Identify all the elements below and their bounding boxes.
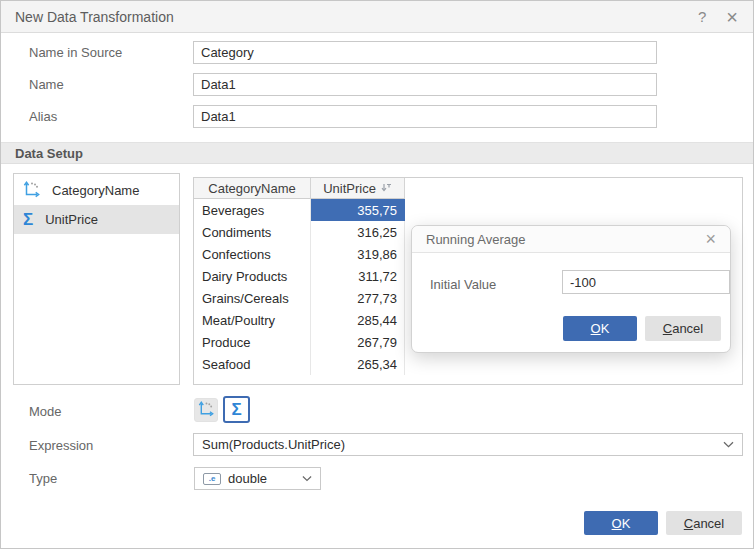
cell-unitprice[interactable]: 319,86 xyxy=(311,243,405,265)
mode-dimension-button[interactable] xyxy=(194,398,218,422)
type-label: Type xyxy=(29,471,57,486)
column-header-unitprice[interactable]: UnitPrice xyxy=(311,178,405,199)
cell-categoryname[interactable]: Meat/Poultry xyxy=(194,309,311,331)
sort-descending-icon xyxy=(381,181,392,196)
name-in-source-label: Name in Source xyxy=(29,45,122,60)
initial-value-field[interactable] xyxy=(562,270,730,294)
cancel-button[interactable]: Cancel xyxy=(666,511,742,535)
cell-unitprice[interactable]: 311,72 xyxy=(311,265,405,287)
name-label: Name xyxy=(29,77,64,92)
cell-unitprice[interactable]: 285,44 xyxy=(311,309,405,331)
dimension-icon xyxy=(23,181,40,201)
new-data-transformation-dialog: New Data Transformation ? × Name in Sour… xyxy=(0,0,754,549)
sigma-icon: Σ xyxy=(23,211,33,228)
dimension-icon xyxy=(198,401,214,420)
chevron-down-icon xyxy=(302,475,312,482)
type-value: double xyxy=(228,471,267,486)
running-average-dialog: Running Average × Initial Value OK Cance… xyxy=(411,225,731,353)
field-list-item-label: UnitPrice xyxy=(45,212,98,227)
cell-unitprice[interactable]: 316,25 xyxy=(311,221,405,243)
column-header-categoryname[interactable]: CategoryName xyxy=(194,178,311,199)
initial-value-label: Initial Value xyxy=(430,277,496,292)
sigma-icon: Σ xyxy=(231,401,241,418)
field-list-item-categoryname[interactable]: CategoryName xyxy=(14,176,179,205)
table-row[interactable]: Seafood265,34 xyxy=(194,353,742,375)
cell-categoryname[interactable]: Produce xyxy=(194,331,311,353)
cell-categoryname[interactable]: Seafood xyxy=(194,353,311,375)
field-list-item-label: CategoryName xyxy=(52,183,139,198)
cell-categoryname[interactable]: Beverages xyxy=(194,199,311,221)
chevron-down-icon xyxy=(723,441,734,448)
alias-field[interactable] xyxy=(193,105,657,128)
popup-titlebar: Running Average × xyxy=(412,226,730,253)
alias-label: Alias xyxy=(29,109,57,124)
cell-unitprice[interactable]: 355,75 xyxy=(311,199,405,221)
mode-label: Mode xyxy=(29,404,62,419)
data-setup-title: Data Setup xyxy=(15,146,83,161)
field-list-item-unitprice[interactable]: Σ UnitPrice xyxy=(14,205,179,234)
cell-categoryname[interactable]: Confections xyxy=(194,243,311,265)
cell-unitprice[interactable]: 267,79 xyxy=(311,331,405,353)
cell-unitprice[interactable]: 277,73 xyxy=(311,287,405,309)
dialog-title: New Data Transformation xyxy=(15,9,174,25)
expression-label: Expression xyxy=(29,438,93,453)
mode-measure-button-selected[interactable]: Σ xyxy=(223,396,250,423)
data-setup-section-header: Data Setup xyxy=(1,142,753,164)
expression-value: Sum(Products.UnitPrice) xyxy=(202,437,345,452)
field-list: CategoryName Σ UnitPrice xyxy=(13,173,180,385)
close-icon[interactable]: × xyxy=(726,8,738,26)
name-field[interactable] xyxy=(193,73,657,96)
close-icon[interactable]: × xyxy=(705,231,716,247)
cell-categoryname[interactable]: Condiments xyxy=(194,221,311,243)
popup-cancel-button[interactable]: Cancel xyxy=(645,316,721,341)
grid-header-row: CategoryName UnitPrice xyxy=(194,178,742,199)
ok-button[interactable]: OK xyxy=(584,511,658,535)
cell-categoryname[interactable]: Grains/Cereals xyxy=(194,287,311,309)
popup-title: Running Average xyxy=(426,232,526,247)
expression-dropdown[interactable]: Sum(Products.UnitPrice) xyxy=(193,433,743,456)
help-icon[interactable]: ? xyxy=(698,8,706,25)
double-type-icon: .e xyxy=(203,473,221,485)
dialog-titlebar: New Data Transformation ? × xyxy=(1,1,753,33)
name-in-source-field[interactable] xyxy=(193,41,657,64)
cell-categoryname[interactable]: Dairy Products xyxy=(194,265,311,287)
table-row[interactable]: Beverages355,75 xyxy=(194,199,742,221)
popup-ok-button[interactable]: OK xyxy=(563,316,637,341)
cell-unitprice[interactable]: 265,34 xyxy=(311,353,405,375)
type-dropdown[interactable]: .e double xyxy=(194,467,321,490)
